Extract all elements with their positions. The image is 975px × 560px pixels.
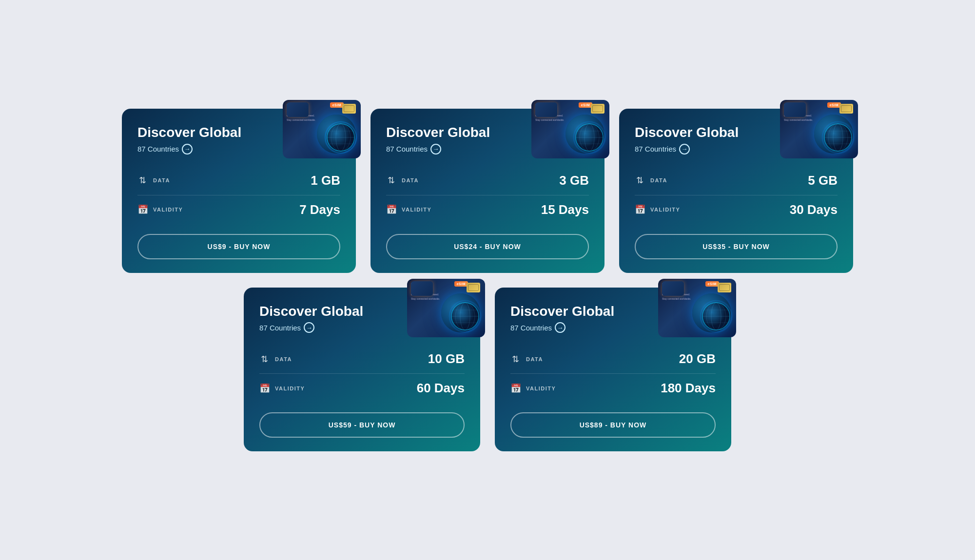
esim-badge: eSIM — [330, 102, 344, 108]
plans-grid: eSIM DISCOVER GLOBAL One eSIM is all you… — [122, 109, 853, 451]
card-image-5gb: eSIM DISCOVER GLOBAL One eSIM is all you… — [780, 100, 858, 158]
card-image-10gb: eSIM DISCOVER GLOBAL One eSIM is all you… — [407, 279, 485, 337]
plan-title-3gb: Discover Global — [386, 124, 490, 141]
card-logo-3gb: DISCOVER GLOBAL One eSIM is all you need… — [535, 104, 564, 122]
calendar-icon: 📅 — [137, 204, 147, 215]
data-left: ⇅ DATA — [137, 175, 170, 186]
esim-badge-3gb: eSIM — [579, 102, 592, 108]
card-image-1gb: eSIM DISCOVER GLOBAL One eSIM is all you… — [283, 100, 361, 158]
countries-arrow-3gb[interactable]: → — [430, 144, 441, 154]
data-label: DATA — [153, 177, 170, 183]
data-value: 1 GB — [311, 173, 340, 188]
plan-stats-3gb: ⇅ DATA 3 GB 📅 VALIDITY 15 Days — [386, 166, 589, 224]
logo-global: GLOBAL — [287, 108, 315, 113]
calendar-icon-10gb: 📅 — [259, 383, 269, 394]
globe-illustration-20gb: eSIM DISCOVER GLOBAL One eSIM is all you… — [658, 279, 736, 337]
countries-text-3gb: 87 Countries — [386, 145, 428, 153]
esim-badge-20gb: eSIM — [705, 281, 719, 287]
card-image-3gb: eSIM DISCOVER GLOBAL One eSIM is all you… — [531, 100, 609, 158]
data-label-10gb: DATA — [275, 356, 292, 362]
logo-discover-3gb: DISCOVER — [535, 104, 564, 107]
validity-label-5gb: VALIDITY — [650, 207, 680, 212]
logo-discover: DISCOVER — [287, 104, 315, 107]
validity-label: VALIDITY — [153, 207, 183, 212]
data-row: ⇅ DATA 1 GB — [137, 166, 340, 195]
logo-tagline: One eSIM is all you need. — [287, 114, 315, 117]
calendar-icon-20gb: 📅 — [510, 383, 520, 394]
validity-value-3gb: 15 Days — [541, 202, 589, 217]
countries-arrow-10gb[interactable]: → — [304, 322, 314, 333]
data-row-5gb: ⇅ DATA 5 GB — [635, 166, 838, 195]
countries-text: 87 Countries — [137, 145, 179, 153]
validity-row-3gb: 📅 VALIDITY 15 Days — [386, 195, 589, 224]
data-row-3gb: ⇅ DATA 3 GB — [386, 166, 589, 195]
validity-value-20gb: 180 Days — [661, 381, 716, 396]
countries-arrow-5gb[interactable]: → — [679, 144, 690, 154]
data-transfer-icon-3gb: ⇅ — [386, 175, 396, 186]
data-transfer-icon: ⇅ — [137, 175, 147, 186]
plan-subtitle-5gb[interactable]: 87 Countries → — [635, 144, 739, 154]
calendar-icon-3gb: 📅 — [386, 204, 396, 215]
validity-label-20gb: VALIDITY — [526, 386, 556, 391]
globe-illustration-5gb: eSIM DISCOVER GLOBAL One eSIM is all you… — [780, 100, 858, 158]
plan-subtitle[interactable]: 87 Countries → — [137, 144, 241, 154]
validity-value: 7 Days — [299, 202, 340, 217]
globe-svg-3gb — [572, 120, 606, 154]
plan-stats: ⇅ DATA 1 GB 📅 VALIDITY 7 Days — [137, 166, 340, 224]
plan-subtitle-20gb[interactable]: 87 Countries → — [510, 322, 614, 333]
validity-row-5gb: 📅 VALIDITY 30 Days — [635, 195, 838, 224]
data-value-20gb: 20 GB — [679, 351, 716, 367]
validity-row-10gb: 📅 VALIDITY 60 Days — [259, 373, 465, 403]
validity-row-20gb: 📅 VALIDITY 180 Days — [510, 373, 716, 403]
bottom-row: eSIM DISCOVER GLOBAL One eSIM is all you… — [122, 288, 853, 452]
globe-svg-5gb — [821, 120, 855, 154]
chip-icon-3gb — [591, 104, 604, 114]
buy-button-3gb[interactable]: US$24 - BUY NOW — [386, 234, 589, 259]
plan-stats-5gb: ⇅ DATA 5 GB 📅 VALIDITY 30 Days — [635, 166, 838, 224]
calendar-icon-5gb: 📅 — [635, 204, 644, 215]
data-label-3gb: DATA — [402, 177, 419, 183]
card-title-group: Discover Global 87 Countries → — [137, 124, 241, 154]
logo-global-3gb: GLOBAL — [535, 108, 564, 113]
globe-illustration-10gb: eSIM DISCOVER GLOBAL One eSIM is all you… — [407, 279, 485, 337]
plan-card-3gb: eSIM DISCOVER GLOBAL One eSIM is all you… — [370, 109, 604, 273]
plan-subtitle-3gb[interactable]: 87 Countries → — [386, 144, 490, 154]
buy-button-10gb[interactable]: US$59 - BUY NOW — [259, 412, 465, 438]
card-logo-20gb: DISCOVER GLOBAL One eSIM is all you need… — [662, 283, 691, 301]
data-transfer-icon-20gb: ⇅ — [510, 354, 520, 365]
plan-subtitle-10gb[interactable]: 87 Countries → — [259, 322, 363, 333]
data-transfer-icon-10gb: ⇅ — [259, 354, 269, 365]
validity-label-10gb: VALIDITY — [275, 386, 305, 391]
data-value-3gb: 3 GB — [559, 173, 589, 188]
chip-icon-20gb — [718, 283, 731, 292]
card-logo-5gb: DISCOVER GLOBAL One eSIM is all you need… — [784, 104, 813, 122]
globe-svg — [324, 120, 358, 154]
countries-arrow[interactable]: → — [182, 144, 193, 154]
plan-card-5gb: eSIM DISCOVER GLOBAL One eSIM is all you… — [619, 109, 853, 273]
chip-icon-10gb — [467, 283, 480, 292]
buy-button-1gb[interactable]: US$9 - BUY NOW — [137, 234, 340, 259]
plan-card-10gb: eSIM DISCOVER GLOBAL One eSIM is all you… — [244, 288, 480, 452]
globe-svg-20gb — [699, 299, 733, 333]
data-value-10gb: 10 GB — [428, 351, 465, 367]
data-label-20gb: DATA — [526, 356, 543, 362]
globe-illustration: eSIM DISCOVER GLOBAL One eSIM is all you… — [283, 100, 361, 158]
validity-left: 📅 VALIDITY — [137, 204, 183, 215]
validity-row: 📅 VALIDITY 7 Days — [137, 195, 340, 224]
plan-title: Discover Global — [137, 124, 241, 141]
countries-arrow-20gb[interactable]: → — [555, 322, 566, 333]
buy-button-5gb[interactable]: US$35 - BUY NOW — [635, 234, 838, 259]
validity-label-3gb: VALIDITY — [402, 207, 431, 212]
plan-card-1gb: eSIM DISCOVER GLOBAL One eSIM is all you… — [122, 109, 356, 273]
plan-title-20gb: Discover Global — [510, 303, 614, 320]
plan-stats-10gb: ⇅ DATA 10 GB 📅 VALIDITY 60 Days — [259, 345, 465, 403]
buy-button-20gb[interactable]: US$89 - BUY NOW — [510, 412, 716, 438]
logo-tagline2: Stay connected worldwide. — [287, 118, 315, 122]
chip-icon — [342, 104, 356, 114]
chip-icon-5gb — [839, 104, 853, 114]
card-image-20gb: eSIM DISCOVER GLOBAL One eSIM is all you… — [658, 279, 736, 337]
plan-title-5gb: Discover Global — [635, 124, 739, 141]
data-row-20gb: ⇅ DATA 20 GB — [510, 345, 716, 373]
validity-value-10gb: 60 Days — [417, 381, 465, 396]
validity-value-5gb: 30 Days — [790, 202, 838, 217]
